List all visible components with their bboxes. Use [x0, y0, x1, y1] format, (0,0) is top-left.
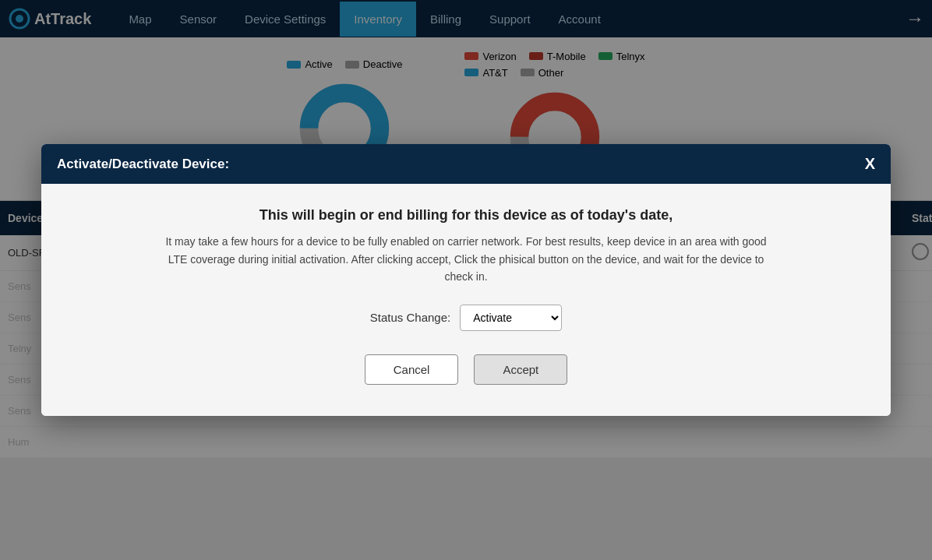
modal-title: Activate/Deactivate Device:: [57, 157, 229, 172]
status-change-select[interactable]: Activate Deactivate: [460, 305, 562, 331]
status-change-label: Status Change:: [370, 311, 450, 324]
accept-button[interactable]: Accept: [474, 354, 567, 385]
cancel-button[interactable]: Cancel: [365, 354, 459, 385]
modal-header: Activate/Deactivate Device: X: [41, 144, 891, 184]
modal-main-text: This will begin or end billing for this …: [72, 207, 860, 224]
modal-close-button[interactable]: X: [865, 155, 875, 173]
modal-dialog: Activate/Deactivate Device: X This will …: [41, 144, 891, 415]
status-change-row: Status Change: Activate Deactivate: [72, 305, 860, 331]
modal-sub-text: It may take a few hours for a device to …: [162, 233, 770, 285]
modal-buttons: Cancel Accept: [72, 354, 860, 385]
modal-overlay: Activate/Deactivate Device: X This will …: [0, 0, 932, 560]
modal-body: This will begin or end billing for this …: [41, 184, 891, 415]
